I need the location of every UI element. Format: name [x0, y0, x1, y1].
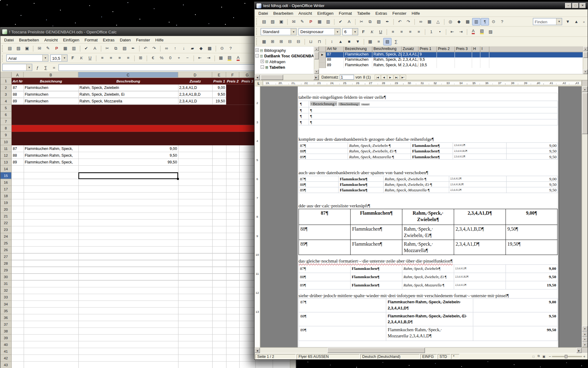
- table-cell[interactable]: 2,3,4,A1,D¶: [454, 281, 506, 289]
- cell[interactable]: 2,3,4,A1,B,D: [178, 91, 212, 98]
- copy-icon[interactable]: ⧉: [366, 18, 374, 25]
- sort-ascending-icon[interactable]: ↑: [171, 44, 179, 52]
- chevron-down-icon[interactable]: ▼: [42, 55, 48, 61]
- separator[interactable]: |: [354, 18, 357, 25]
- find-input[interactable]: Finden ▼: [533, 18, 562, 25]
- decrease-indent-icon[interactable]: ⇤: [448, 28, 456, 35]
- cell[interactable]: Flammkuchen: [24, 91, 78, 98]
- menu-item[interactable]: Extras: [373, 10, 390, 16]
- record-number-input[interactable]: [340, 75, 354, 80]
- menu-item[interactable]: Ansicht: [296, 10, 315, 16]
- row-header[interactable]: 17: [0, 186, 11, 193]
- delete-column-icon[interactable]: ⊟: [294, 38, 303, 45]
- row-header[interactable]: 4: [0, 98, 11, 105]
- formatting-marks-icon[interactable]: ¶: [481, 18, 489, 25]
- separator[interactable]: |: [286, 18, 289, 25]
- record-selector-cell[interactable]: ▶: [319, 57, 326, 63]
- status-field[interactable]: Flyer 6S AUSSEN: [297, 354, 360, 359]
- table-cell[interactable]: 9,00: [473, 298, 558, 312]
- doc-table-shifted[interactable]: 87¶ Flammkuchen¶ Rahm,·Speck,·Zwiebeln·¶…: [299, 176, 558, 193]
- new-document-icon[interactable]: ▤: [6, 44, 14, 52]
- grid-cell[interactable]: [455, 57, 472, 63]
- cell[interactable]: Preis 1: [212, 78, 226, 84]
- table-cell[interactable]: Rahm,·Speck,· Mozzarella¶: [402, 240, 454, 255]
- datasource-tree-item[interactable]: - ▦ Tabellen: [255, 64, 314, 70]
- redo-icon[interactable]: ↷: [150, 44, 158, 52]
- toolbar-grip[interactable]: [256, 28, 258, 35]
- cell[interactable]: 89: [12, 98, 24, 105]
- cell[interactable]: 9,00: [78, 145, 178, 152]
- grid-cell[interactable]: 87: [326, 52, 344, 57]
- align-center-icon[interactable]: ≡: [398, 28, 406, 35]
- help-icon[interactable]: ?: [498, 18, 506, 25]
- database-field[interactable]: <Zusatz>: [361, 103, 370, 105]
- maximize-button[interactable]: □: [572, 3, 579, 8]
- row-header[interactable]: 15: [0, 172, 11, 179]
- borders-icon[interactable]: ▦: [366, 38, 374, 45]
- calc-grid[interactable]: Art NrBezeichnungBeschreibungZusatzPreis…: [12, 78, 290, 368]
- cell[interactable]: Rahm, Speck, Zwiebeln, Ei: [78, 91, 178, 98]
- writer-horizontal-scrollbar[interactable]: [254, 347, 587, 353]
- table-cell[interactable]: Rahm,·Speck,·Mozzarella·¶: [402, 281, 454, 289]
- scroll-right-icon[interactable]: [314, 75, 319, 80]
- table-cell[interactable]: Rahm,·Speck,·Zwiebeln,·Ei·¶: [384, 182, 449, 187]
- datasource-tree-item[interactable]: + ▤ Bibliography: [255, 47, 314, 53]
- paragraph-style-combo[interactable]: Standard ▼: [261, 28, 297, 35]
- document-as-email-icon[interactable]: ✉: [35, 44, 43, 52]
- column-header[interactable]: F: [226, 72, 239, 77]
- table-cell[interactable]: 2,3,4,A1,D¶: [454, 209, 506, 225]
- add-decimal-icon[interactable]: +: [175, 54, 183, 62]
- row-header[interactable]: 21: [0, 213, 11, 220]
- tree-expander-icon[interactable]: -: [261, 65, 264, 69]
- record-selector-cell[interactable]: ▶: [319, 52, 326, 57]
- database-field[interactable]: <Beschreibung>: [338, 102, 360, 106]
- cell[interactable]: 2,3,4,A1,D: [178, 98, 212, 105]
- table-cell[interactable]: Flammkuchen·Rahm,·Speck,· Mozzarella·2,3…: [386, 326, 473, 341]
- row-header[interactable]: 6: [0, 112, 11, 118]
- cell-cursor[interactable]: [78, 172, 178, 179]
- format-paintbrush-icon[interactable]: ✒: [129, 44, 137, 52]
- menu-item[interactable]: Bearbeiten: [16, 36, 41, 43]
- cell[interactable]: Beschreibung: [78, 78, 178, 84]
- toolbar-grip[interactable]: [2, 45, 4, 52]
- grid-cell[interactable]: [455, 63, 472, 68]
- row-header[interactable]: 37: [0, 321, 11, 328]
- scroll-track[interactable]: [314, 51, 319, 70]
- table-cell[interactable]: 2,3,4,A1,D¶: [454, 240, 506, 255]
- row-header[interactable]: 2: [0, 85, 11, 91]
- numbered-list-icon[interactable]: 1: [427, 28, 435, 35]
- select-all-corner[interactable]: [0, 72, 12, 77]
- menu-item[interactable]: Ansicht: [42, 36, 60, 43]
- column-header[interactable]: E: [212, 72, 226, 77]
- currency-format-icon[interactable]: €: [149, 54, 157, 62]
- view-book-icon[interactable]: ▣: [541, 354, 546, 359]
- scroll-down-icon[interactable]: [582, 326, 587, 332]
- chevron-down-icon[interactable]: ▼: [291, 28, 296, 35]
- table-cell[interactable]: 2,3,4,A1,D¶: [449, 176, 507, 182]
- grid-column-header[interactable]: Preis 1: [419, 47, 437, 52]
- grid-cell[interactable]: 88: [326, 57, 344, 63]
- menu-item[interactable]: Fenster: [390, 10, 409, 16]
- separator[interactable]: |: [413, 18, 416, 25]
- table-cell[interactable]: <Bezeichnung><Beschreibung><Zusatz>: [309, 101, 558, 107]
- row-header[interactable]: 1: [0, 78, 11, 84]
- table-cell[interactable]: 88¶: [299, 225, 351, 240]
- grid-cell[interactable]: [472, 63, 481, 68]
- font-size-combo[interactable]: 6 ▼: [342, 28, 358, 35]
- menu-item[interactable]: Datei: [256, 10, 271, 16]
- sort-descending-icon[interactable]: ↓: [180, 44, 188, 52]
- tree-horizontal-scrollbar[interactable]: [254, 74, 319, 80]
- toolbar-overflow-icon[interactable]: »: [581, 20, 586, 23]
- bold-icon[interactable]: F: [359, 28, 368, 35]
- navigation-icon[interactable]: ●: [582, 337, 587, 342]
- find-replace-icon[interactable]: ◎: [446, 18, 454, 25]
- table-cell[interactable]: 87¶: [299, 298, 386, 312]
- separator[interactable]: |: [214, 44, 217, 52]
- close-button[interactable]: ✕: [579, 3, 586, 8]
- cell[interactable]: 9,50: [212, 91, 226, 98]
- table-cell[interactable]: 89¶: [299, 281, 351, 289]
- table-cell[interactable]: 2,3,4,A1,D¶: [449, 187, 507, 193]
- edit-file-icon[interactable]: ✎: [298, 18, 306, 25]
- grid-cell[interactable]: 2,3,4,A1,D: [401, 63, 418, 68]
- table-cell[interactable]: 89¶: [299, 326, 386, 341]
